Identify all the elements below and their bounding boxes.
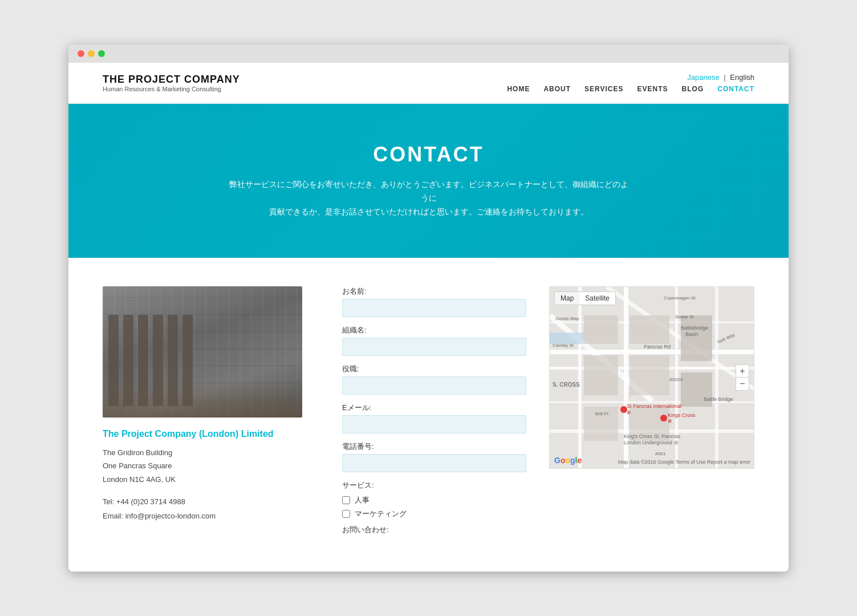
- hr-checkbox-item[interactable]: 人事: [342, 495, 526, 505]
- main-nav: HOME ABOUT SERVICES EVENTS BLOG CONTACT: [507, 85, 754, 93]
- nav-contact[interactable]: CONTACT: [717, 85, 754, 93]
- lang-separator: |: [724, 73, 725, 82]
- map-tabs: Map Satellite: [554, 291, 616, 305]
- phone-field-row: 電話番号:: [342, 441, 526, 472]
- column-1: [108, 315, 119, 406]
- main-content: The Project Company (London) Limited The…: [68, 258, 789, 572]
- address-line1: The Gridiron Building: [103, 446, 319, 459]
- nav-services[interactable]: SERVICES: [584, 85, 623, 93]
- column-6: [182, 315, 193, 406]
- column-5: [168, 315, 178, 406]
- email-field-row: Eメール:: [342, 403, 526, 433]
- map-container[interactable]: Pancras Rd York Way Camley St Goods Way …: [549, 286, 754, 469]
- address-info: The Gridiron Building One Pancras Square…: [103, 446, 319, 486]
- header-right: Japanese | English HOME ABOUT SERVICES E…: [507, 73, 754, 93]
- browser-window: THE PROJECT COMPANY Human Resources & Ma…: [68, 44, 789, 572]
- column-3: [138, 315, 148, 406]
- svg-text:King's Cross St. Pancras: King's Cross St. Pancras: [624, 433, 681, 439]
- left-column: The Project Company (London) Limited The…: [103, 286, 319, 543]
- svg-text:St Pancras International: St Pancras International: [627, 403, 681, 409]
- hr-checkbox[interactable]: [342, 496, 350, 504]
- svg-rect-5: [715, 287, 718, 468]
- svg-text:Copenhagen St: Copenhagen St: [664, 295, 696, 301]
- google-logo: Google: [554, 456, 582, 465]
- nav-blog[interactable]: BLOG: [682, 85, 704, 93]
- logo-area: THE PROJECT COMPANY Human Resources & Ma…: [103, 74, 240, 92]
- svg-text:Pancras Rd: Pancras Rd: [644, 344, 671, 350]
- svg-rect-13: [584, 355, 618, 395]
- hero-subtitle-line1: 弊社サービスにご関心をお寄せいただき、ありがとうございます。ビジネスパートナーと…: [229, 180, 628, 202]
- map-tab-satellite[interactable]: Satellite: [579, 292, 615, 305]
- svg-text:⊕: ⊕: [668, 418, 672, 424]
- maximize-dot[interactable]: [98, 50, 105, 57]
- title-field-row: 役職:: [342, 364, 526, 395]
- title-input[interactable]: [342, 376, 526, 395]
- svg-text:A501: A501: [655, 451, 666, 456]
- minimize-dot[interactable]: [88, 50, 95, 57]
- zoom-in-button[interactable]: +: [736, 365, 749, 378]
- map-tab-map[interactable]: Map: [555, 292, 579, 305]
- services-checkboxes: 人事 マーケティング: [342, 495, 526, 519]
- nav-home[interactable]: HOME: [507, 85, 530, 93]
- email-info: Email: info@projectco-london.com: [103, 509, 319, 524]
- org-label: 組織名:: [342, 325, 526, 335]
- phone-label: 電話番号:: [342, 441, 526, 452]
- name-label: お名前:: [342, 286, 526, 297]
- svg-text:Camley St: Camley St: [553, 343, 574, 348]
- company-name: The Project Company (London) Limited: [103, 429, 319, 439]
- hero-subtitle: 弊社サービスにご関心をお寄せいただき、ありがとうございます。ビジネスパートナーと…: [229, 178, 628, 218]
- org-input[interactable]: [342, 338, 526, 356]
- title-label: 役職:: [342, 364, 526, 374]
- tel-info: Tel: +44 (0)20 3714 4988: [103, 495, 319, 509]
- services-row: サービス: 人事 マーケティング お問い合わせ:: [342, 480, 526, 535]
- language-switcher: Japanese | English: [507, 73, 754, 82]
- nav-about[interactable]: ABOUT: [543, 85, 571, 93]
- building-columns-decoration: [108, 315, 193, 406]
- column-2: [123, 315, 133, 406]
- email-input[interactable]: [342, 415, 526, 433]
- svg-text:Brill Pl: Brill Pl: [595, 411, 608, 416]
- hr-label: 人事: [355, 495, 369, 505]
- marketing-checkbox-item[interactable]: マーケティング: [342, 509, 526, 519]
- hero-banner: CONTACT 弊社サービスにご関心をお寄せいただき、ありがとうございます。ビジ…: [68, 104, 789, 258]
- svg-rect-14: [629, 355, 669, 395]
- map-column: Pancras Rd York Way Camley St Goods Way …: [549, 286, 754, 543]
- building-photo: [103, 286, 302, 418]
- hero-subtitle-line2: 貢献できるか、是非お話させていただければと思います。ご連絡をお待ちしております。: [269, 207, 588, 216]
- svg-rect-19: [550, 333, 584, 344]
- svg-rect-2: [578, 287, 582, 468]
- svg-text:Battlebridge: Battlebridge: [681, 325, 708, 331]
- svg-text:Battle Bridge: Battle Bridge: [704, 396, 733, 402]
- svg-rect-11: [584, 315, 618, 344]
- phone-input[interactable]: [342, 454, 526, 472]
- svg-text:A5203: A5203: [669, 377, 683, 382]
- inquiry-label: お問い合わせ:: [342, 525, 526, 535]
- svg-text:Stable St: Stable St: [675, 314, 694, 319]
- contact-form: お名前: 組織名: 役職: Eメール: 電話番号: サービス:: [342, 286, 526, 543]
- column-4: [153, 315, 163, 406]
- contact-info: Tel: +44 (0)20 3714 4988 Email: info@pro…: [103, 495, 319, 523]
- zoom-out-button[interactable]: −: [736, 378, 749, 390]
- map-attribution: Map data ©2016 Google Terms of Use Repor…: [618, 459, 750, 465]
- svg-text:Kings Cross: Kings Cross: [668, 412, 696, 418]
- map-roads-svg: Pancras Rd York Way Camley St Goods Way …: [550, 287, 754, 468]
- address-line2: One Pancras Square: [103, 459, 319, 472]
- svg-text:York Way: York Way: [716, 332, 736, 345]
- close-dot[interactable]: [78, 50, 84, 57]
- svg-point-31: [660, 415, 667, 422]
- address-line3: London N1C 4AG, UK: [103, 473, 319, 486]
- org-field-row: 組織名:: [342, 325, 526, 356]
- map-zoom-controls: + −: [736, 364, 749, 391]
- svg-rect-15: [681, 315, 712, 361]
- nav-events[interactable]: EVENTS: [637, 85, 668, 93]
- email-label: Eメール:: [342, 403, 526, 413]
- lang-japanese[interactable]: Japanese: [687, 73, 719, 82]
- name-input[interactable]: [342, 299, 526, 317]
- marketing-checkbox[interactable]: [342, 510, 350, 518]
- logo-subtitle: Human Resources & Marketing Consulting: [103, 86, 240, 92]
- svg-text:Basin: Basin: [685, 331, 698, 337]
- hero-title: CONTACT: [229, 143, 628, 167]
- lang-english[interactable]: English: [730, 73, 754, 82]
- svg-text:London Underground ⊖: London Underground ⊖: [624, 440, 679, 445]
- svg-text:S. CROSS: S. CROSS: [553, 382, 580, 388]
